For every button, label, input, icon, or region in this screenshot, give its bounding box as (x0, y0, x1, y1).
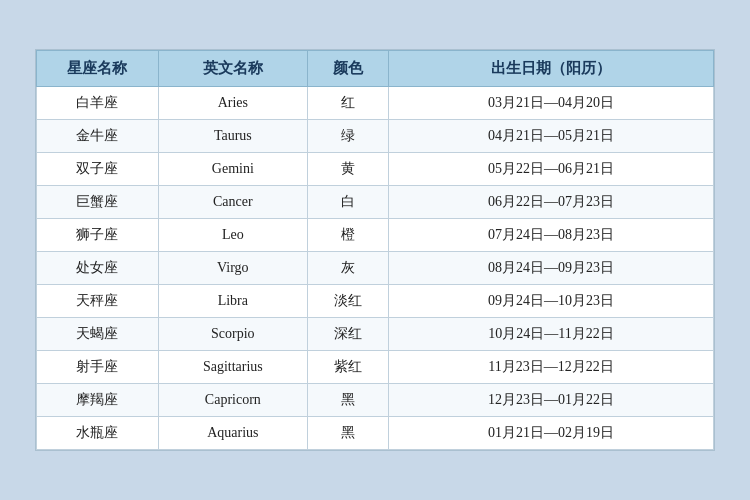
cell-zh-name: 狮子座 (37, 219, 159, 252)
cell-zh-name: 天蝎座 (37, 318, 159, 351)
cell-date: 11月23日—12月22日 (389, 351, 714, 384)
cell-color: 红 (307, 87, 388, 120)
cell-zh-name: 水瓶座 (37, 417, 159, 450)
header-zh-name: 星座名称 (37, 51, 159, 87)
cell-date: 08月24日—09月23日 (389, 252, 714, 285)
cell-date: 07月24日—08月23日 (389, 219, 714, 252)
table-row: 射手座Sagittarius紫红11月23日—12月22日 (37, 351, 714, 384)
header-color: 颜色 (307, 51, 388, 87)
zodiac-table-container: 星座名称 英文名称 颜色 出生日期（阳历） 白羊座Aries红03月21日—04… (35, 49, 715, 451)
cell-color: 绿 (307, 120, 388, 153)
cell-color: 紫红 (307, 351, 388, 384)
cell-color: 黄 (307, 153, 388, 186)
cell-date: 10月24日—11月22日 (389, 318, 714, 351)
table-row: 狮子座Leo橙07月24日—08月23日 (37, 219, 714, 252)
table-row: 白羊座Aries红03月21日—04月20日 (37, 87, 714, 120)
table-row: 天蝎座Scorpio深红10月24日—11月22日 (37, 318, 714, 351)
cell-en-name: Scorpio (158, 318, 307, 351)
cell-en-name: Capricorn (158, 384, 307, 417)
cell-en-name: Libra (158, 285, 307, 318)
cell-en-name: Gemini (158, 153, 307, 186)
cell-en-name: Taurus (158, 120, 307, 153)
header-en-name: 英文名称 (158, 51, 307, 87)
cell-color: 深红 (307, 318, 388, 351)
cell-zh-name: 处女座 (37, 252, 159, 285)
cell-date: 09月24日—10月23日 (389, 285, 714, 318)
header-date: 出生日期（阳历） (389, 51, 714, 87)
cell-date: 06月22日—07月23日 (389, 186, 714, 219)
cell-zh-name: 双子座 (37, 153, 159, 186)
table-header-row: 星座名称 英文名称 颜色 出生日期（阳历） (37, 51, 714, 87)
cell-en-name: Aquarius (158, 417, 307, 450)
cell-color: 灰 (307, 252, 388, 285)
table-row: 天秤座Libra淡红09月24日—10月23日 (37, 285, 714, 318)
cell-color: 白 (307, 186, 388, 219)
cell-en-name: Sagittarius (158, 351, 307, 384)
cell-color: 黑 (307, 417, 388, 450)
cell-date: 12月23日—01月22日 (389, 384, 714, 417)
cell-zh-name: 巨蟹座 (37, 186, 159, 219)
cell-zh-name: 白羊座 (37, 87, 159, 120)
table-row: 巨蟹座Cancer白06月22日—07月23日 (37, 186, 714, 219)
zodiac-table: 星座名称 英文名称 颜色 出生日期（阳历） 白羊座Aries红03月21日—04… (36, 50, 714, 450)
cell-color: 淡红 (307, 285, 388, 318)
cell-color: 黑 (307, 384, 388, 417)
table-row: 双子座Gemini黄05月22日—06月21日 (37, 153, 714, 186)
table-body: 白羊座Aries红03月21日—04月20日金牛座Taurus绿04月21日—0… (37, 87, 714, 450)
table-row: 处女座Virgo灰08月24日—09月23日 (37, 252, 714, 285)
table-row: 摩羯座Capricorn黑12月23日—01月22日 (37, 384, 714, 417)
cell-en-name: Cancer (158, 186, 307, 219)
cell-zh-name: 天秤座 (37, 285, 159, 318)
cell-zh-name: 射手座 (37, 351, 159, 384)
cell-en-name: Aries (158, 87, 307, 120)
cell-color: 橙 (307, 219, 388, 252)
cell-date: 05月22日—06月21日 (389, 153, 714, 186)
cell-zh-name: 金牛座 (37, 120, 159, 153)
table-row: 金牛座Taurus绿04月21日—05月21日 (37, 120, 714, 153)
cell-date: 01月21日—02月19日 (389, 417, 714, 450)
cell-en-name: Leo (158, 219, 307, 252)
cell-zh-name: 摩羯座 (37, 384, 159, 417)
cell-en-name: Virgo (158, 252, 307, 285)
table-row: 水瓶座Aquarius黑01月21日—02月19日 (37, 417, 714, 450)
cell-date: 04月21日—05月21日 (389, 120, 714, 153)
cell-date: 03月21日—04月20日 (389, 87, 714, 120)
